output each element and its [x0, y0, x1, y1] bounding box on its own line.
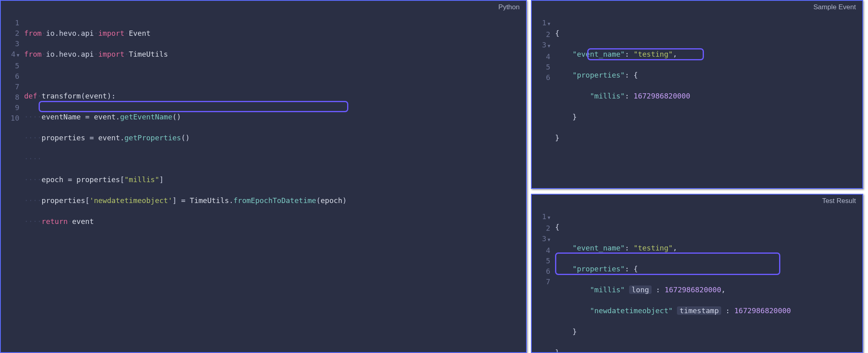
fold-icon[interactable]: ▼	[547, 237, 550, 242]
type-badge-long: long	[629, 285, 651, 294]
python-code-area[interactable]: 1 2 3 4▼ 5 6 7 8 9 10 from·io.hevo.api·i…	[1, 14, 526, 352]
fold-icon[interactable]: ▼	[16, 53, 19, 58]
sample-event-title: Sample Event	[532, 1, 862, 14]
test-result-pane: Test Result 1▼ 2 3▼ 4 5 6 7 { "event_nam…	[531, 194, 863, 353]
line-number: 1▼	[532, 211, 550, 223]
line-number: 2	[532, 29, 550, 40]
sample-gutter: 1▼ 2 3▼ 4 5 6	[532, 18, 555, 188]
line-number: 4▼	[1, 49, 19, 61]
line-number: 2	[1, 28, 19, 39]
line-number: 1▼	[532, 18, 550, 29]
fold-icon[interactable]: ▼	[547, 43, 550, 49]
python-editor-pane: Python 1 2 3 4▼ 5 6 7 8 9 10 from·io.hev…	[0, 0, 527, 353]
line-number: 4	[532, 245, 550, 256]
line-number: 6	[532, 266, 550, 277]
line-number: 8	[1, 92, 19, 103]
line-number: 3▼	[532, 234, 550, 245]
test-result-code-area[interactable]: 1▼ 2 3▼ 4 5 6 7 { "event_name": "testing…	[532, 208, 862, 352]
line-number: 5	[1, 61, 19, 71]
python-highlight-box	[39, 101, 348, 112]
type-badge-timestamp: timestamp	[677, 306, 721, 315]
line-number: 7	[1, 82, 19, 92]
sample-event-code-area[interactable]: 1▼ 2 3▼ 4 5 6 { "event_name": "testing",…	[532, 14, 862, 188]
python-gutter: 1 2 3 4▼ 5 6 7 8 9 10	[1, 18, 24, 352]
python-code[interactable]: from·io.hevo.api·import·Event from·io.he…	[24, 18, 526, 352]
right-column: Sample Event 1▼ 2 3▼ 4 5 6 { "event_name…	[531, 0, 863, 353]
line-number: 3▼	[532, 40, 550, 51]
line-number: 9	[1, 103, 19, 113]
python-pane-title: Python	[1, 1, 526, 14]
fold-icon[interactable]: ▼	[547, 21, 550, 27]
line-number: 5	[532, 256, 550, 266]
sample-code[interactable]: { "event_name": "testing", "properties":…	[555, 18, 862, 188]
line-number: 2	[532, 223, 550, 234]
line-number: 7	[532, 277, 550, 287]
line-number: 10	[1, 113, 19, 123]
line-number: 5	[532, 62, 550, 72]
test-result-title: Test Result	[532, 195, 862, 208]
line-number: 1	[1, 18, 19, 28]
result-code[interactable]: { "event_name": "testing", "properties":…	[555, 211, 862, 352]
line-number: 3	[1, 39, 19, 49]
result-gutter: 1▼ 2 3▼ 4 5 6 7	[532, 211, 555, 352]
line-number: 6	[1, 71, 19, 82]
sample-event-pane: Sample Event 1▼ 2 3▼ 4 5 6 { "event_name…	[531, 0, 863, 189]
line-number: 4	[532, 51, 550, 62]
fold-icon[interactable]: ▼	[547, 215, 550, 220]
line-number: 6	[532, 72, 550, 83]
